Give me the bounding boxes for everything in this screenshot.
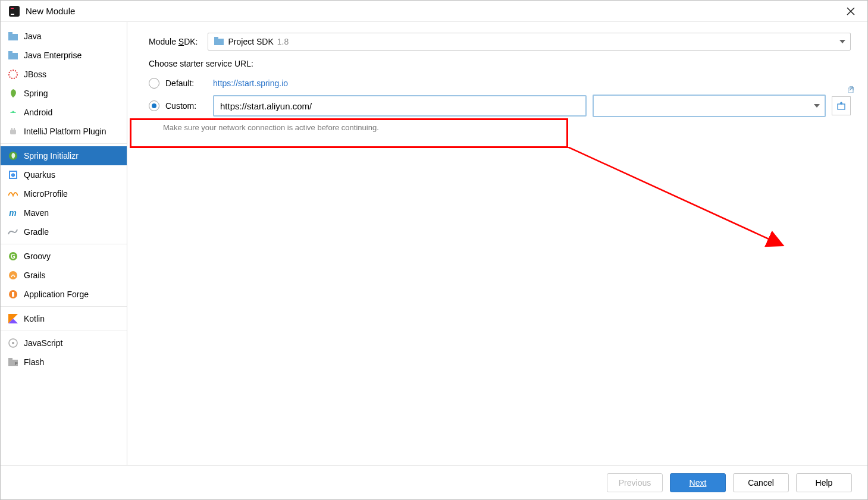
svg-rect-30 [838, 104, 845, 109]
custom-radio[interactable] [149, 100, 159, 111]
default-url-link[interactable]: https://start.spring.io [213, 78, 288, 88]
svg-rect-2 [11, 14, 14, 15]
new-module-dialog: New Module Java Java Enterprise JBoss [0, 0, 868, 500]
sdk-value-text: Project SDK [228, 37, 274, 46]
close-icon [847, 7, 855, 15]
annotation-arrow [568, 147, 794, 260]
custom-radio-label: Custom: [165, 101, 205, 111]
titlebar: New Module [1, 1, 867, 22]
module-type-sidebar: Java Java Enterprise JBoss Spring Androi… [1, 22, 127, 465]
sidebar-item-label: JBoss [24, 70, 46, 79]
sidebar-item-jboss[interactable]: JBoss [1, 65, 127, 84]
sidebar-item-groovy[interactable]: G Groovy [1, 247, 127, 266]
sidebar-item-maven[interactable]: m Maven [1, 203, 127, 222]
svg-point-23 [12, 342, 14, 344]
sidebar-item-spring[interactable]: Spring [1, 84, 127, 103]
main-panel: Module SDK: Project SDK 1.8 Choose start… [127, 22, 867, 465]
gradle-icon [8, 227, 18, 237]
quarkus-icon [8, 170, 18, 180]
popout-icon[interactable] [848, 86, 856, 93]
plugin-icon [8, 127, 18, 137]
custom-url-history-combobox[interactable] [593, 95, 826, 117]
sidebar-item-label: Spring [24, 89, 48, 98]
sidebar-item-microprofile[interactable]: MicroProfile [1, 184, 127, 203]
sidebar-item-grails[interactable]: Grails [1, 266, 127, 285]
close-button[interactable] [840, 1, 861, 22]
folder-sdk-icon [214, 37, 224, 46]
svg-rect-4 [8, 32, 12, 35]
settings-icon [836, 101, 846, 111]
default-url-row: Default: https://start.spring.io [149, 74, 851, 92]
sidebar-item-quarkus[interactable]: Quarkus [1, 165, 127, 184]
svg-point-9 [14, 111, 15, 112]
sidebar-item-javascript[interactable]: JavaScript [1, 334, 127, 353]
starter-url-label: Choose starter service URL: [149, 59, 851, 68]
sidebar-item-java-enterprise[interactable]: Java Enterprise [1, 46, 127, 65]
sidebar-item-gradle[interactable]: Gradle [1, 222, 127, 241]
default-radio[interactable] [149, 78, 159, 89]
svg-rect-25 [8, 358, 12, 361]
sidebar-item-label: Quarkus [24, 170, 55, 180]
sidebar-item-label: Java Enterprise [24, 51, 82, 60]
svg-rect-10 [10, 130, 16, 134]
svg-rect-11 [11, 128, 12, 130]
svg-point-7 [9, 70, 17, 78]
svg-rect-28 [214, 37, 218, 40]
svg-text:F: F [15, 361, 18, 366]
sidebar-item-java[interactable]: Java [1, 27, 127, 46]
sidebar-item-label: Application Forge [24, 290, 89, 299]
folder-icon [8, 32, 18, 42]
sidebar-item-flash[interactable]: F Flash [1, 353, 127, 372]
sidebar-item-label: Maven [24, 208, 49, 218]
next-button[interactable]: Next [670, 473, 726, 492]
js-icon [8, 338, 18, 348]
chevron-down-icon [839, 40, 845, 43]
sidebar-item-android[interactable]: Android [1, 103, 127, 122]
module-sdk-label: Module SDK: [149, 37, 198, 46]
cancel-button[interactable]: Cancel [733, 473, 789, 492]
sidebar-item-label: Groovy [24, 251, 51, 261]
previous-button: Previous [607, 473, 663, 492]
intellij-icon [9, 6, 20, 17]
sidebar-item-label: JavaScript [24, 338, 62, 348]
sidebar-item-intellij-plugin[interactable]: IntelliJ Platform Plugin [1, 122, 127, 141]
grails-icon [8, 271, 18, 281]
default-radio-label: Default: [165, 78, 205, 88]
svg-rect-1 [11, 8, 14, 9]
sidebar-item-label: Android [24, 108, 52, 117]
sidebar-item-spring-initializr[interactable]: Spring Initializr [1, 146, 127, 165]
spring-initializr-icon [8, 151, 18, 161]
sidebar-item-label: Flash [24, 357, 44, 367]
microprofile-icon [8, 189, 18, 199]
spring-icon [8, 89, 18, 99]
svg-text:G: G [11, 253, 15, 260]
manage-settings-button[interactable] [832, 96, 851, 115]
sidebar-item-label: MicroProfile [24, 189, 68, 199]
custom-url-input[interactable] [213, 95, 587, 117]
svg-point-8 [11, 111, 12, 112]
svg-rect-0 [9, 6, 20, 17]
window-title: New Module [26, 6, 75, 16]
network-note: Make sure your network connection is act… [163, 123, 851, 132]
folder-icon [8, 51, 18, 61]
folder-grey-icon: F [8, 357, 18, 367]
svg-rect-19 [12, 292, 14, 297]
svg-rect-12 [14, 128, 15, 130]
sidebar-item-label: Gradle [24, 227, 49, 237]
sidebar-item-label: Java [24, 32, 42, 41]
sidebar-item-label: Kotlin [24, 314, 45, 323]
chevron-down-icon [814, 104, 820, 108]
module-sdk-combobox[interactable]: Project SDK 1.8 [208, 33, 851, 51]
groovy-icon: G [8, 251, 18, 262]
custom-url-row: Custom: [149, 97, 851, 115]
svg-rect-6 [8, 51, 12, 54]
sidebar-item-application-forge[interactable]: Application Forge [1, 285, 127, 304]
help-button[interactable]: Help [796, 473, 852, 492]
forge-icon [8, 290, 18, 300]
sidebar-item-label: IntelliJ Platform Plugin [24, 127, 106, 136]
android-icon [8, 108, 18, 118]
sidebar-item-kotlin[interactable]: Kotlin [1, 309, 127, 328]
jboss-icon [8, 70, 18, 80]
svg-line-31 [568, 147, 782, 245]
kotlin-icon [8, 314, 18, 324]
